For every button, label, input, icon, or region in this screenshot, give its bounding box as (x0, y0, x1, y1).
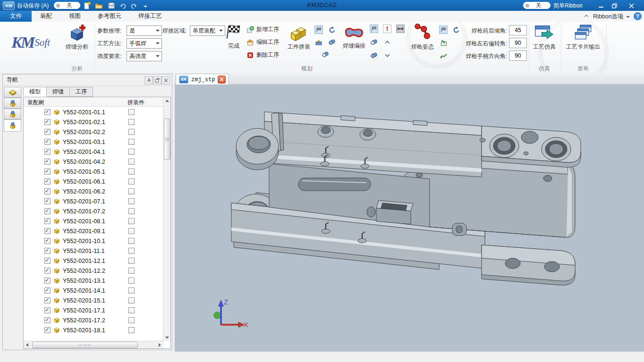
tree-row[interactable]: Y552-0201-12.1 (24, 256, 163, 266)
scroll-right-button[interactable] (156, 341, 163, 348)
assembly-checkbox[interactable] (128, 208, 135, 214)
visibility-checkbox[interactable] (44, 129, 51, 135)
tree-row[interactable]: Y552-0201-05.1 (24, 167, 163, 177)
strip-assembly-button[interactable] (4, 98, 21, 109)
param-inference-select[interactable]: 是 (127, 25, 162, 36)
ribbon-mode-toggle[interactable]: 关 (523, 2, 551, 9)
assembly-checkbox[interactable] (128, 188, 135, 194)
assembly-checkbox[interactable] (128, 119, 135, 125)
visibility-checkbox[interactable] (44, 168, 51, 175)
add-step-button[interactable]: 新增工序 (246, 25, 279, 34)
seam-half-mini-button[interactable] (370, 38, 378, 46)
assembly-checkbox[interactable] (128, 317, 135, 323)
move-down-mini-button[interactable] (383, 51, 391, 59)
finish-button[interactable]: 完成 (223, 24, 245, 50)
tree-row[interactable]: Y552-0201-15.1 (24, 295, 163, 305)
3d-model-canvas[interactable]: Z X (175, 84, 644, 352)
nav-float-button[interactable] (153, 76, 161, 84)
document-tab[interactable]: KM zmj_stp (176, 74, 229, 85)
delete-step-button[interactable]: 删除工序 (246, 51, 279, 59)
tree-row[interactable]: Y552-0201-13.1 (24, 276, 163, 286)
ribbon-collapse-button[interactable] (584, 13, 589, 20)
tree-row[interactable]: Y552-0201-06.2 (24, 186, 163, 196)
tree-row[interactable]: Y552-0201-04.2 (24, 157, 163, 167)
strip-weld-button[interactable] (4, 109, 21, 119)
visibility-checkbox[interactable] (44, 208, 51, 214)
tree-row[interactable]: Y552-0201-10.1 (24, 236, 163, 246)
visibility-checkbox[interactable] (44, 198, 51, 204)
machine-mini-button[interactable] (314, 38, 323, 46)
gun-pitch-input[interactable] (509, 25, 527, 35)
weld-region-select[interactable]: 单层装配 (190, 25, 225, 36)
maximize-button[interactable] (609, 2, 619, 9)
visibility-checkbox[interactable] (44, 159, 51, 165)
assembly-checkbox[interactable] (128, 109, 135, 115)
weld-segment-mini-button[interactable] (328, 38, 336, 46)
nav-tab[interactable]: 模型 (23, 87, 47, 97)
gun-handle-input[interactable] (509, 51, 527, 61)
assembly-checkbox[interactable] (128, 307, 135, 313)
tree-row[interactable]: Y552-0201-04.1 (24, 147, 163, 157)
assembly-checkbox[interactable] (128, 198, 135, 204)
tree-row[interactable]: Y552-0201-02.2 (24, 127, 163, 137)
assembly-checkbox[interactable] (128, 248, 135, 254)
visibility-checkbox[interactable] (44, 178, 51, 185)
visibility-checkbox[interactable] (44, 109, 51, 115)
visibility-checkbox[interactable] (44, 327, 51, 333)
visibility-checkbox[interactable] (44, 317, 51, 323)
tree-row[interactable]: Y552-0201-08.1 (24, 216, 163, 226)
horizontal-scrollbar[interactable] (24, 341, 163, 348)
assembly-checkbox[interactable] (128, 159, 135, 165)
weld-segment-half-mini-button[interactable] (321, 50, 330, 59)
assembly-checkbox[interactable] (128, 168, 135, 175)
ribbon-options-button[interactable]: Ribbon选项 (593, 13, 630, 21)
minimize-button[interactable] (596, 2, 606, 9)
visibility-checkbox[interactable] (44, 297, 51, 303)
nav-close-button[interactable] (161, 76, 170, 84)
visibility-checkbox[interactable] (44, 268, 51, 274)
menu-tab[interactable]: 装配 (32, 11, 60, 22)
assembly-checkbox[interactable] (128, 327, 135, 333)
posture-reset-mini-button[interactable] (452, 25, 460, 34)
assembly-checkbox[interactable] (128, 258, 135, 264)
tree-row[interactable]: Y552-0201-02.1 (24, 117, 163, 127)
assembly-checkbox[interactable] (128, 287, 135, 294)
strip-part-button[interactable] (4, 87, 21, 98)
assembly-checkbox[interactable] (128, 178, 135, 185)
assembly-checkbox[interactable] (128, 218, 135, 224)
refresh-mini-button[interactable] (328, 25, 336, 34)
document-close-button[interactable] (218, 76, 226, 84)
seam-mini-button[interactable] (370, 51, 378, 59)
weld-finish-mini-button[interactable] (314, 25, 323, 34)
menu-tab[interactable]: 焊接工艺 (130, 11, 170, 22)
menu-tab[interactable]: 视图 (60, 11, 89, 22)
menu-tab[interactable]: 文件 (0, 11, 32, 22)
horizontal-scroll-thumb[interactable] (32, 342, 138, 348)
arrange-finish-mini-button[interactable] (370, 25, 378, 33)
weld-arrange-button[interactable]: 焊缝编排 (339, 25, 369, 50)
gun-yaw-input[interactable] (509, 38, 527, 48)
posture-finish-mini-button[interactable] (439, 25, 448, 34)
width-mini-button[interactable] (396, 25, 405, 33)
scroll-down-button[interactable] (163, 334, 170, 341)
path-coil-mini-button[interactable] (440, 51, 448, 59)
tree-row[interactable]: Y552-0201-17.2 (24, 315, 163, 325)
menu-tab[interactable]: 参考图元 (89, 11, 130, 22)
tree-row[interactable]: Y552-0201-18.1 (24, 325, 163, 335)
assembly-checkbox[interactable] (128, 238, 135, 244)
visibility-checkbox[interactable] (44, 287, 51, 294)
tree-row[interactable]: Y552-0201-12.2 (24, 266, 163, 276)
tree-row[interactable]: Y552-0201-03.1 (24, 137, 163, 147)
visibility-checkbox[interactable] (44, 139, 51, 145)
move-up-mini-button[interactable] (383, 38, 391, 46)
tree-row[interactable]: Y552-0201-11.1 (24, 246, 163, 256)
part-assembly-button[interactable]: 工件拼装 (284, 25, 314, 51)
assembly-checkbox[interactable] (128, 278, 135, 284)
scroll-up-button[interactable] (163, 97, 170, 104)
assembly-checkbox[interactable] (128, 149, 135, 155)
assembly-checkbox[interactable] (128, 268, 135, 274)
assembly-checkbox[interactable] (128, 297, 135, 303)
weld-analysis-button[interactable]: 焊缝分析 (61, 25, 93, 51)
visibility-checkbox[interactable] (44, 218, 51, 224)
visibility-checkbox[interactable] (44, 307, 51, 313)
